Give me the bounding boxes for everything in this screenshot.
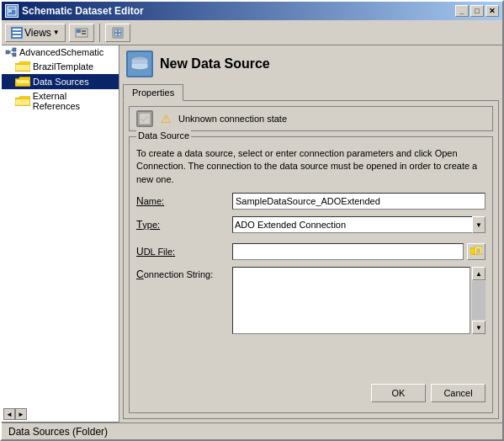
name-input[interactable] [232,193,485,210]
udl-browse-button[interactable] [467,243,485,260]
status-text: Unknown connection state [178,114,287,124]
views-label: Views [24,27,51,39]
connection-status-icon [136,110,153,127]
udl-input[interactable] [232,243,464,260]
button-row: OK Cancel [136,380,485,406]
svg-line-18 [9,50,13,52]
status-footer-text: Data Sources (Folder) [8,426,108,438]
name-label: Name: [136,195,229,207]
sidebar-nav: ◄ ► [2,406,119,422]
type-row: Type: ADO Extended Connection ADO Connec… [136,216,485,233]
instruction-text: To create a data source, select or enter… [136,147,485,186]
maximize-button[interactable]: □ [470,5,484,17]
title-bar: Schematic Dataset Editor _ □ ✕ [2,2,502,20]
cancel-button[interactable]: Cancel [431,384,485,402]
svg-rect-7 [77,29,81,33]
views-dropdown-arrow: ▼ [53,29,60,36]
scrollbar-up-button[interactable]: ▲ [472,267,485,280]
folder-open-icon [15,76,30,88]
network-icon [5,47,17,57]
sidebar-item-externalrefs[interactable]: External References [2,89,119,113]
sidebar-item-datasources[interactable]: Data Sources [2,74,119,89]
views-dropdown[interactable]: Views ▼ [5,24,66,42]
sidebar-item-braziltemplate[interactable]: BrazilTemplate [2,59,119,74]
window-title: Schematic Dataset Editor [22,5,455,17]
sidebar-item-datasources-label: Data Sources [33,77,89,87]
toolbar-separator [99,24,100,42]
svg-rect-3 [13,29,21,30]
sidebar-spacer [2,113,119,406]
folder-ext-icon [15,95,30,107]
svg-rect-5 [13,35,21,37]
connection-string-label: Connection String: [136,267,229,280]
svg-rect-23 [475,247,482,254]
connection-string-textarea[interactable] [232,267,470,334]
name-row: Name: [136,193,485,210]
scrollbar-track [472,281,485,320]
svg-line-19 [9,52,13,55]
svg-rect-15 [6,50,9,54]
content-header: New Data Source [123,49,499,79]
svg-rect-4 [13,32,21,34]
svg-rect-2 [8,10,12,13]
sidebar-item-advancedschematic[interactable]: AdvancedSchematic [2,45,119,59]
scrollbar-down-button[interactable]: ▼ [472,321,485,334]
group-box-label: Data Source [136,130,191,141]
type-label: Type: [136,219,229,231]
ok-button[interactable]: OK [371,384,426,402]
tab-properties[interactable]: Properties [123,84,183,101]
type-dropdown-container: ADO Extended Connection ADO Connection O… [232,216,485,233]
close-button[interactable]: ✕ [485,5,499,17]
main-window: Schematic Dataset Editor _ □ ✕ Views ▼ [0,0,504,441]
tab-bar: Properties [123,84,499,101]
status-footer: Data Sources (Folder) [2,422,502,439]
properties-panel: ⚠ Unknown connection state Data Source T… [123,100,499,419]
toolbar-btn-icon2[interactable] [105,24,130,42]
udl-label: UDL File: [136,246,229,258]
toolbar: Views ▼ [2,20,502,45]
sidebar-item-braziltemplate-label: BrazilTemplate [33,61,93,72]
views-icon [11,27,23,39]
connection-string-container: ▲ ▼ [232,267,485,334]
folder-icon [15,61,30,72]
main-area: AdvancedSchematic BrazilTemplate Data So… [2,45,502,422]
page-title: New Data Source [160,56,270,72]
data-source-group: Data Source To create a data source, sel… [129,136,493,413]
sidebar-item-advancedschematic-label: AdvancedSchematic [19,47,103,57]
content-area: New Data Source Properties ⚠ Unk [119,45,502,422]
sidebar-item-externalrefs-label: External References [33,91,115,111]
sidebar: AdvancedSchematic BrazilTemplate Data So… [2,45,119,422]
svg-rect-17 [13,53,16,56]
status-bar: ⚠ Unknown connection state [129,106,493,131]
datasource-icon [126,50,153,77]
window-controls: _ □ ✕ [455,5,499,17]
minimize-button[interactable]: _ [455,5,469,17]
app-icon [5,4,19,18]
sidebar-nav-right[interactable]: ► [15,408,27,420]
toolbar-btn-icon1[interactable] [69,24,94,42]
svg-rect-16 [13,48,16,51]
udl-row: UDL File: [136,243,485,260]
type-dropdown-arrow[interactable]: ▼ [472,216,485,233]
connection-string-row: Connection String: ▲ ▼ [136,267,485,374]
type-dropdown[interactable]: ADO Extended Connection ADO Connection O… [232,216,473,233]
connection-string-scrollbar: ▲ ▼ [472,267,485,334]
warning-icon: ⚠ [158,111,173,126]
sidebar-nav-left[interactable]: ◄ [3,408,15,420]
